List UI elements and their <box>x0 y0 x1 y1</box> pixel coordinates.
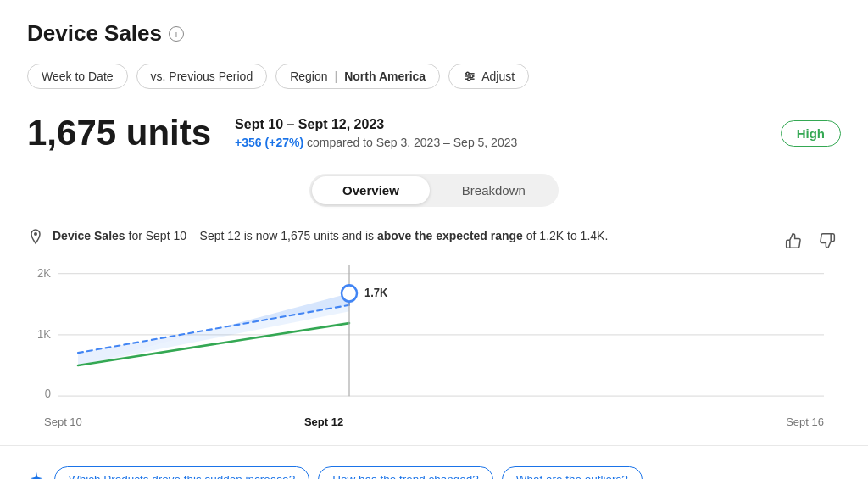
info-icon[interactable]: i <box>169 26 184 42</box>
svg-text:2K: 2K <box>37 267 51 280</box>
svg-point-4 <box>470 75 473 77</box>
change-value: +356 (+27%) <box>235 136 307 149</box>
comparison-filter[interactable]: vs. Previous Period <box>136 64 268 89</box>
metric-row: 1,675 units Sept 10 – Sept 12, 2023 +356… <box>27 113 841 153</box>
region-filter[interactable]: Region | North America <box>275 64 440 89</box>
tabs-container: Overview Breakdown <box>27 174 841 207</box>
metric-comparison: +356 (+27%) compared to Sep 3, 2023 – Se… <box>235 136 781 149</box>
adjust-filter[interactable]: Adjust <box>448 64 529 89</box>
insight-anomaly: above the expected range <box>377 229 523 242</box>
metric-value: 1,675 units <box>27 113 211 153</box>
thumbs-up-button[interactable] <box>780 227 807 254</box>
svg-text:1K: 1K <box>37 328 51 341</box>
suggestions: Which Products drove this sudden increas… <box>27 460 841 479</box>
x-axis: Sept 10 Sept 12 Sept 16 <box>27 415 841 428</box>
filter-bar: Week to Date vs. Previous Period Region … <box>27 64 841 89</box>
page-header: Device Sales i <box>27 20 841 47</box>
suggestion-outliers[interactable]: What are the outliers? <box>502 466 643 479</box>
svg-point-16 <box>342 285 357 301</box>
sparkle-icon <box>27 471 46 480</box>
divider <box>0 445 868 446</box>
insight-metric-name: Device Sales <box>53 229 125 242</box>
tab-overview[interactable]: Overview <box>312 176 430 204</box>
suggestion-trend[interactable]: How has the trend changed? <box>318 466 493 479</box>
insight-actions <box>780 227 841 254</box>
x-label-sept10: Sept 10 <box>44 415 82 428</box>
svg-point-5 <box>468 78 470 81</box>
tabs: Overview Breakdown <box>309 174 559 207</box>
svg-text:0: 0 <box>45 387 51 400</box>
x-label-sept12: Sept 12 <box>304 415 343 428</box>
insight-text: Device Sales for Sept 10 – Sept 12 is no… <box>53 227 771 245</box>
chart-area: 2K 1K 0 1.7K <box>27 265 841 409</box>
svg-point-6 <box>34 232 37 236</box>
metric-detail: Sept 10 – Sept 12, 2023 +356 (+27%) comp… <box>235 117 781 149</box>
location-pin-icon <box>27 228 44 245</box>
high-badge: High <box>781 120 841 147</box>
chart-svg: 2K 1K 0 1.7K <box>27 265 841 409</box>
insight-bar: Device Sales for Sept 10 – Sept 12 is no… <box>27 220 841 265</box>
svg-text:1.7K: 1.7K <box>364 287 388 299</box>
page-title: Device Sales <box>27 20 162 47</box>
thumbs-down-button[interactable] <box>814 227 841 254</box>
adjust-icon <box>463 70 476 83</box>
x-label-sept16: Sept 16 <box>786 415 824 428</box>
svg-point-3 <box>466 72 469 75</box>
metric-date-range: Sept 10 – Sept 12, 2023 <box>235 117 781 132</box>
suggestion-products[interactable]: Which Products drove this sudden increas… <box>54 466 309 479</box>
date-range-filter[interactable]: Week to Date <box>27 64 128 89</box>
tab-breakdown[interactable]: Breakdown <box>431 176 556 204</box>
